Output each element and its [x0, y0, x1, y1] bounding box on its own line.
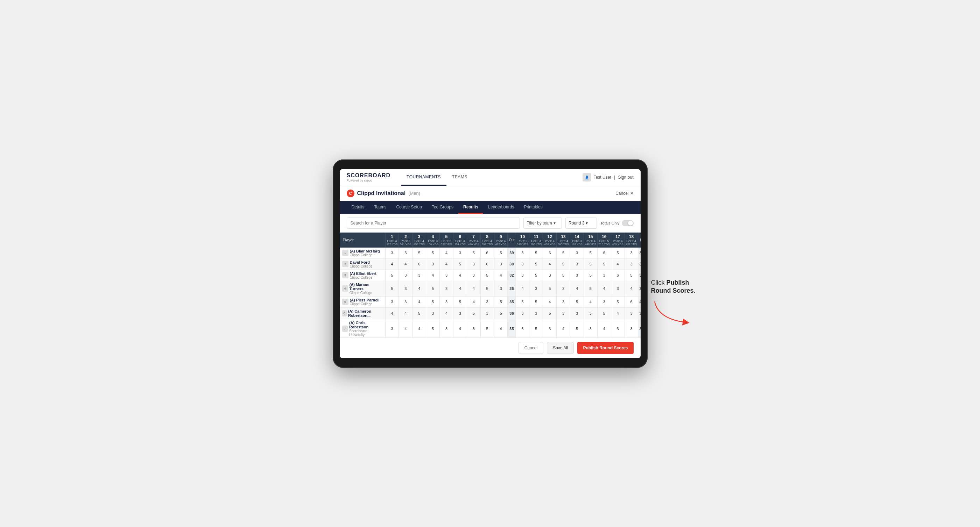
- score-hole-2[interactable]: 4: [399, 259, 412, 270]
- score-hole-1[interactable]: 5: [385, 281, 399, 296]
- score-hole-8[interactable]: 5: [480, 319, 494, 338]
- cancel-button[interactable]: Cancel ✕: [616, 191, 633, 196]
- score-hole-16[interactable]: 3: [597, 296, 611, 307]
- score-hole-10[interactable]: 3: [516, 270, 529, 281]
- score-hole-6[interactable]: 5: [453, 259, 467, 270]
- score-hole-2[interactable]: 3: [399, 270, 412, 281]
- score-hole-3[interactable]: 5: [412, 247, 426, 259]
- score-hole-12[interactable]: 6: [543, 247, 557, 259]
- score-hole-2[interactable]: 3: [399, 247, 412, 259]
- score-hole-8[interactable]: 5: [480, 281, 494, 296]
- score-hole-15[interactable]: 4: [584, 296, 597, 307]
- score-hole-8[interactable]: 3: [480, 296, 494, 307]
- score-hole-3[interactable]: 4: [412, 319, 426, 338]
- score-hole-1[interactable]: 3: [385, 319, 399, 338]
- score-hole-2[interactable]: 3: [399, 296, 412, 307]
- tab-leaderboards[interactable]: Leaderboards: [483, 201, 519, 214]
- score-hole-13[interactable]: 5: [557, 259, 570, 270]
- score-hole-14[interactable]: 3: [570, 270, 584, 281]
- score-hole-16[interactable]: 6: [597, 247, 611, 259]
- score-hole-10[interactable]: 3: [516, 247, 529, 259]
- tab-printables[interactable]: Printables: [519, 201, 547, 214]
- score-hole-10[interactable]: 3: [516, 259, 529, 270]
- score-hole-6[interactable]: 4: [453, 319, 467, 338]
- toggle-switch[interactable]: [622, 220, 634, 226]
- score-hole-7[interactable]: 3: [467, 259, 480, 270]
- score-hole-6[interactable]: 4: [453, 270, 467, 281]
- score-hole-15[interactable]: 5: [584, 270, 597, 281]
- score-hole-7[interactable]: 5: [467, 247, 480, 259]
- score-hole-6[interactable]: 5: [453, 296, 467, 307]
- score-hole-16[interactable]: 5: [597, 307, 611, 319]
- score-hole-14[interactable]: 3: [570, 247, 584, 259]
- score-hole-11[interactable]: 5: [529, 296, 543, 307]
- score-hole-4[interactable]: 5: [426, 247, 440, 259]
- score-hole-11[interactable]: 5: [529, 259, 543, 270]
- score-hole-12[interactable]: 5: [543, 307, 557, 319]
- score-hole-3[interactable]: 4: [412, 281, 426, 296]
- tab-course-setup[interactable]: Course Setup: [391, 201, 427, 214]
- score-hole-15[interactable]: 5: [584, 259, 597, 270]
- score-hole-4[interactable]: 5: [426, 281, 440, 296]
- score-hole-18[interactable]: 5: [625, 270, 638, 281]
- nav-tournaments[interactable]: TOURNAMENTS: [401, 169, 447, 186]
- filter-by-team-select[interactable]: Filter by team ▾: [523, 217, 562, 229]
- score-hole-3[interactable]: 5: [412, 307, 426, 319]
- nav-teams[interactable]: TEAMS: [447, 169, 473, 186]
- score-hole-8[interactable]: 5: [480, 270, 494, 281]
- score-hole-18[interactable]: 3: [625, 319, 638, 338]
- score-hole-14[interactable]: 3: [570, 307, 584, 319]
- score-hole-10[interactable]: 3: [516, 319, 529, 338]
- save-all-button[interactable]: Save All: [547, 342, 574, 354]
- score-hole-4[interactable]: 4: [426, 270, 440, 281]
- score-hole-4[interactable]: 5: [426, 296, 440, 307]
- score-hole-5[interactable]: 4: [440, 307, 453, 319]
- score-hole-8[interactable]: 6: [480, 247, 494, 259]
- score-hole-13[interactable]: 5: [557, 270, 570, 281]
- cancel-footer-button[interactable]: Cancel: [519, 342, 543, 354]
- score-hole-12[interactable]: 4: [543, 259, 557, 270]
- score-hole-12[interactable]: 4: [543, 296, 557, 307]
- score-hole-9[interactable]: 5: [494, 307, 508, 319]
- score-hole-4[interactable]: 3: [426, 307, 440, 319]
- score-hole-5[interactable]: 4: [440, 259, 453, 270]
- score-hole-5[interactable]: 3: [440, 319, 453, 338]
- score-hole-4[interactable]: 3: [426, 259, 440, 270]
- totals-only-toggle[interactable]: Totals Only: [600, 220, 633, 226]
- score-hole-11[interactable]: 5: [529, 247, 543, 259]
- tab-teams[interactable]: Teams: [369, 201, 391, 214]
- score-hole-17[interactable]: 5: [611, 247, 625, 259]
- score-hole-3[interactable]: 6: [412, 259, 426, 270]
- tab-results[interactable]: Results: [458, 201, 483, 214]
- search-input[interactable]: [347, 217, 520, 229]
- score-hole-15[interactable]: 3: [584, 319, 597, 338]
- score-hole-1[interactable]: 5: [385, 270, 399, 281]
- score-hole-12[interactable]: 3: [543, 319, 557, 338]
- score-hole-18[interactable]: 6: [625, 296, 638, 307]
- score-hole-1[interactable]: 3: [385, 247, 399, 259]
- score-hole-10[interactable]: 4: [516, 281, 529, 296]
- score-hole-15[interactable]: 3: [584, 307, 597, 319]
- score-hole-9[interactable]: 3: [494, 281, 508, 296]
- score-hole-9[interactable]: 4: [494, 270, 508, 281]
- sign-out-link[interactable]: Sign out: [618, 175, 633, 180]
- tab-tee-groups[interactable]: Tee Groups: [427, 201, 458, 214]
- score-hole-7[interactable]: 3: [467, 270, 480, 281]
- score-hole-9[interactable]: 4: [494, 319, 508, 338]
- score-hole-9[interactable]: 3: [494, 259, 508, 270]
- score-hole-9[interactable]: 5: [494, 247, 508, 259]
- score-hole-10[interactable]: 6: [516, 307, 529, 319]
- score-hole-1[interactable]: 4: [385, 259, 399, 270]
- score-hole-1[interactable]: 4: [385, 307, 399, 319]
- score-hole-18[interactable]: 3: [625, 259, 638, 270]
- score-hole-13[interactable]: 3: [557, 281, 570, 296]
- score-hole-15[interactable]: 5: [584, 281, 597, 296]
- score-hole-11[interactable]: 5: [529, 270, 543, 281]
- score-hole-17[interactable]: 5: [611, 296, 625, 307]
- score-hole-17[interactable]: 3: [611, 319, 625, 338]
- score-hole-18[interactable]: 4: [625, 281, 638, 296]
- score-hole-6[interactable]: 3: [453, 247, 467, 259]
- score-hole-16[interactable]: 4: [597, 319, 611, 338]
- score-hole-3[interactable]: 4: [412, 296, 426, 307]
- score-hole-1[interactable]: 3: [385, 296, 399, 307]
